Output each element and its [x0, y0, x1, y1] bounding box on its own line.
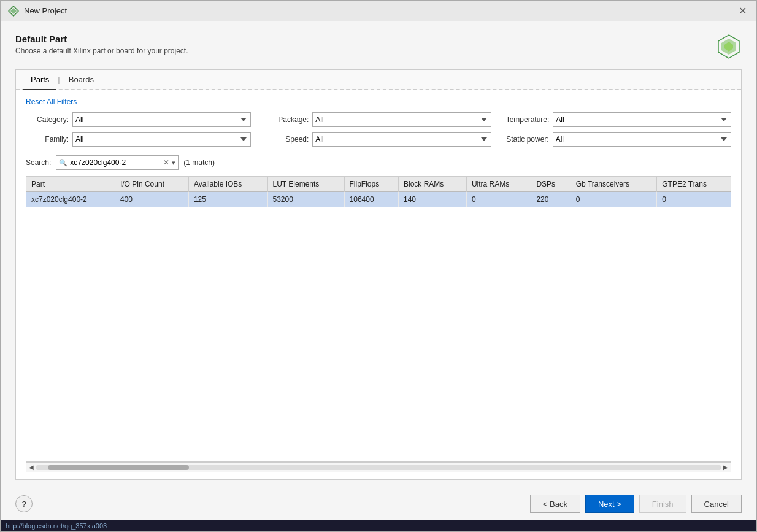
content-area: Default Part Choose a default Xilinx par…	[1, 21, 756, 487]
search-icon: 🔍	[59, 159, 67, 167]
filter-speed: Speed: All	[266, 132, 491, 147]
tab-parts[interactable]: Parts	[23, 70, 56, 90]
footer-right: < Back Next > Finish Cancel	[530, 495, 742, 513]
col-gtpe2-trans[interactable]: GTPE2 Trans	[657, 177, 731, 192]
temperature-select[interactable]: All	[553, 112, 731, 127]
horizontal-scrollbar[interactable]: ◀ ▶	[26, 462, 731, 472]
app-icon	[8, 6, 19, 17]
filter-temperature: Temperature: All	[506, 112, 731, 127]
search-row: Search: 🔍 ✕ ▾ (1 match)	[26, 155, 731, 170]
tabs-bar: Parts | Boards	[16, 70, 741, 90]
cell-gb-transceivers: 0	[571, 192, 657, 207]
parts-table: Part I/O Pin Count Available IOBs LUT El…	[26, 177, 731, 207]
tab-boards[interactable]: Boards	[61, 70, 101, 90]
reset-filters-link[interactable]: Reset All Filters	[26, 98, 731, 106]
family-label: Family:	[26, 135, 69, 144]
col-dsps[interactable]: DSPs	[531, 177, 571, 192]
page-header-text: Default Part Choose a default Xilinx par…	[15, 34, 188, 55]
title-bar: New Project ✕	[1, 1, 756, 21]
status-bar: http://blog.csdn.net/qq_357xla003	[1, 520, 756, 531]
page-title: Default Part	[15, 34, 188, 44]
family-select[interactable]: All	[72, 132, 251, 147]
scroll-left-arrow[interactable]: ◀	[27, 464, 36, 471]
col-part[interactable]: Part	[26, 177, 115, 192]
scrollbar-track	[36, 465, 721, 470]
static-power-select[interactable]: All	[553, 132, 731, 147]
panel-body: Reset All Filters Category: All Package:	[16, 90, 741, 479]
table-header-row: Part I/O Pin Count Available IOBs LUT El…	[26, 177, 731, 192]
speed-select[interactable]: All	[312, 132, 491, 147]
footer: ? < Back Next > Finish Cancel	[1, 487, 756, 520]
filter-family: Family: All	[26, 132, 251, 147]
table-row[interactable]: xc7z020clg400-2 400 125 53200 106400 140…	[26, 192, 731, 207]
footer-left: ?	[15, 495, 33, 512]
col-lut-elements[interactable]: LUT Elements	[267, 177, 344, 192]
col-block-rams[interactable]: Block RAMs	[399, 177, 467, 192]
col-io-pin-count[interactable]: I/O Pin Count	[115, 177, 188, 192]
search-input-wrapper: 🔍 ✕ ▾	[56, 155, 179, 170]
page-description: Choose a default Xilinx part or board fo…	[15, 47, 188, 55]
filter-package: Package: All	[266, 112, 491, 127]
search-label: Search:	[26, 158, 51, 167]
filter-static-power: Static power: All	[506, 132, 731, 147]
tab-separator: |	[56, 70, 61, 89]
category-label: Category:	[26, 115, 69, 124]
finish-button[interactable]: Finish	[639, 495, 686, 513]
cell-dsps: 220	[531, 192, 571, 207]
col-ultra-rams[interactable]: Ultra RAMs	[466, 177, 531, 192]
filter-category: Category: All	[26, 112, 251, 127]
dialog-window: New Project ✕ Default Part Choose a defa…	[0, 0, 757, 532]
cell-flipflops: 106400	[344, 192, 398, 207]
status-url: http://blog.csdn.net/qq_357xla003	[6, 522, 107, 530]
title-text: New Project	[24, 6, 67, 15]
cell-gtpe2-trans: 0	[657, 192, 731, 207]
scroll-right-arrow[interactable]: ▶	[721, 464, 730, 471]
cell-available-iobs: 125	[188, 192, 267, 207]
temperature-label: Temperature:	[506, 115, 550, 124]
cell-lut-elements: 53200	[267, 192, 344, 207]
parts-table-wrapper: Part I/O Pin Count Available IOBs LUT El…	[26, 176, 731, 462]
search-input[interactable]	[70, 158, 162, 167]
scrollbar-thumb[interactable]	[48, 465, 189, 470]
col-flipflops[interactable]: FlipFlops	[344, 177, 398, 192]
main-panel: Parts | Boards Reset All Filters Categor…	[15, 69, 742, 480]
category-select[interactable]: All	[72, 112, 251, 127]
speed-label: Speed:	[266, 135, 309, 144]
search-dropdown-icon[interactable]: ▾	[171, 159, 175, 167]
col-gb-transceivers[interactable]: Gb Transceivers	[571, 177, 657, 192]
match-count: (1 match)	[183, 158, 215, 167]
cancel-button[interactable]: Cancel	[691, 495, 742, 513]
cell-io-pin-count: 400	[115, 192, 188, 207]
page-header: Default Part Choose a default Xilinx par…	[15, 34, 742, 60]
col-available-iobs[interactable]: Available IOBs	[188, 177, 267, 192]
title-bar-left: New Project	[8, 6, 67, 17]
package-select[interactable]: All	[312, 112, 491, 127]
cell-ultra-rams: 0	[466, 192, 531, 207]
static-power-label: Static power:	[506, 135, 549, 144]
back-button[interactable]: < Back	[530, 495, 580, 513]
xilinx-logo	[716, 34, 742, 60]
close-button[interactable]: ✕	[736, 6, 749, 16]
cell-part: xc7z020clg400-2	[26, 192, 115, 207]
next-button[interactable]: Next >	[585, 495, 634, 513]
search-clear-icon[interactable]: ✕	[162, 158, 171, 167]
cell-block-rams: 140	[399, 192, 467, 207]
package-label: Package:	[266, 115, 309, 124]
help-button[interactable]: ?	[15, 495, 33, 512]
filters-grid: Category: All Package: All T	[26, 112, 731, 147]
